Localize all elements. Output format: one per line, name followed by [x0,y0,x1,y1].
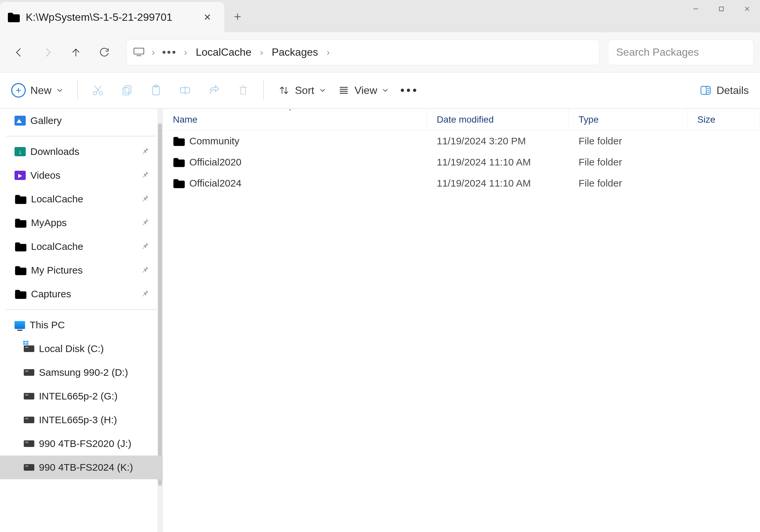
column-header-date[interactable]: Date modified [427,109,569,130]
copy-icon [121,84,133,97]
sidebar-drive-item[interactable]: 990 4TB-FS2024 (K:) [0,456,163,479]
cut-button[interactable] [88,81,108,99]
details-pane-button[interactable]: Details [696,81,752,99]
search-input[interactable] [616,46,745,58]
downloads-icon [15,147,26,156]
sidebar-drive-item[interactable]: 990 4TB-FS2020 (J:) [0,432,163,456]
view-icon [337,84,350,97]
maximize-button[interactable] [709,0,734,18]
file-date: 11/19/2024 11:10 AM [427,178,569,189]
back-button[interactable] [7,40,32,65]
tab-close-button[interactable]: ✕ [200,10,214,24]
sidebar-item-gallery[interactable]: Gallery [0,109,163,133]
close-window-button[interactable] [734,0,760,18]
sidebar-quick-item[interactable]: MyApps [0,211,163,235]
sidebar-quick-item[interactable]: My Pictures [0,258,163,282]
sidebar-quick-item[interactable]: LocalCache [0,187,163,211]
forward-button[interactable] [35,40,60,65]
column-label: Date modified [437,114,494,125]
rename-icon [179,84,191,97]
refresh-button[interactable] [92,40,117,65]
pin-icon [141,217,149,228]
sidebar-drive-item[interactable]: INTEL665p-3 (H:) [0,408,163,432]
column-header-type[interactable]: Type [569,109,688,130]
chevron-right-icon[interactable]: › [147,47,159,58]
sidebar-label: INTEL665p-3 (H:) [39,414,117,425]
more-icon: ••• [400,83,419,97]
chevron-right-icon[interactable]: › [179,47,192,58]
sidebar-label: My Pictures [31,265,83,276]
svg-point-7 [99,92,103,95]
sidebar-drive-item[interactable]: Local Disk (C:) [0,337,163,361]
chevron-down-icon [382,87,389,94]
column-label: Name [173,114,198,125]
file-row[interactable]: Community11/19/2024 3:20 PMFile folder [163,131,760,152]
more-button[interactable]: ••• [397,81,422,100]
copy-button[interactable] [118,81,137,99]
window-tab[interactable]: K:\WpSystem\S-1-5-21-299701 ✕ [0,2,224,32]
this-pc-icon [15,321,25,329]
sidebar-label: Downloads [30,146,79,157]
sidebar-label: LocalCache [31,241,83,252]
sidebar-quick-item[interactable]: LocalCache [0,235,163,258]
sidebar-quick-item[interactable]: Videos [0,163,163,187]
videos-icon [15,171,26,180]
chevron-down-icon [56,87,63,94]
file-row[interactable]: Official202411/19/2024 11:10 AMFile fold… [163,173,760,194]
view-label: View [355,84,377,97]
command-toolbar: + New Sort View ••• Details [0,72,760,109]
share-button[interactable] [205,81,224,99]
folder-icon [15,218,26,228]
column-header-name[interactable]: Name ˄ [163,109,427,130]
new-tab-button[interactable]: ＋ [224,0,251,32]
paste-button[interactable] [146,81,166,99]
gallery-icon [15,116,26,126]
titlebar: K:\WpSystem\S-1-5-21-299701 ✕ ＋ [0,0,760,32]
column-label: Size [697,114,715,125]
navigation-sidebar: Gallery DownloadsVideosLocalCacheMyAppsL… [0,109,163,532]
breadcrumb-item[interactable]: LocalCache [194,46,253,58]
chevron-right-icon[interactable]: › [255,47,267,58]
sidebar-item-this-pc[interactable]: This PC [0,313,163,337]
search-box[interactable] [608,40,753,65]
sidebar-drive-item[interactable]: INTEL665p-2 (G:) [0,384,163,408]
rename-button[interactable] [175,81,195,99]
view-button[interactable]: View [334,81,393,99]
sidebar-label: 990 4TB-FS2024 (K:) [39,462,133,473]
delete-button[interactable] [234,81,253,99]
file-type: File folder [569,178,688,189]
trash-icon [237,84,249,97]
breadcrumb-item[interactable]: Packages [270,46,320,58]
sidebar-label: This PC [30,319,65,331]
column-header-size[interactable]: Size [688,109,760,130]
pin-icon [141,288,149,300]
svg-rect-4 [134,48,144,54]
new-label: New [30,84,51,97]
sidebar-label: Samsung 990-2 (D:) [39,367,128,378]
file-date: 11/19/2024 11:10 AM [427,156,569,168]
file-name: Community [189,135,239,147]
clipboard-icon [150,84,162,97]
minimize-button[interactable] [683,0,709,18]
sort-button[interactable]: Sort [274,81,330,99]
file-row[interactable]: Official202011/19/2024 11:10 AMFile fold… [163,152,760,173]
up-button[interactable] [63,40,88,65]
sidebar-drive-item[interactable]: Samsung 990-2 (D:) [0,361,163,384]
pin-icon [141,146,149,157]
pin-icon [141,170,149,181]
sidebar-quick-item[interactable]: Downloads [0,140,163,163]
folder-shortcut-icon [15,242,26,251]
drive-icon [24,393,34,399]
plus-circle-icon: + [11,83,26,98]
chevron-right-icon[interactable]: › [322,47,334,58]
sidebar-quick-item[interactable]: Captures [0,282,163,306]
svg-rect-1 [719,7,723,11]
breadcrumb-overflow[interactable]: ••• [162,46,177,59]
column-label: Type [579,114,599,125]
pc-root-icon[interactable] [133,47,144,58]
details-label: Details [716,84,749,97]
sort-label: Sort [295,84,314,97]
new-button[interactable]: + New [8,80,67,100]
address-bar[interactable]: › ••• › LocalCache › Packages › [127,40,599,65]
drive-icon [24,417,34,423]
